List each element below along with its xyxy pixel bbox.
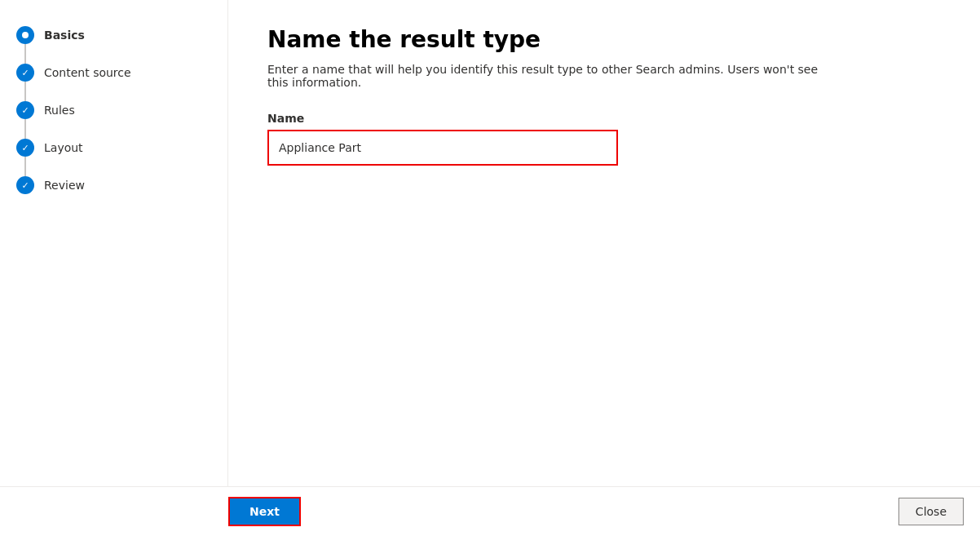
step-circle-review: ✓ <box>16 176 34 194</box>
main-content: Name the result type Enter a name that w… <box>228 0 980 486</box>
checkmark-icon-rules: ✓ <box>21 106 29 115</box>
page-title: Name the result type <box>267 26 941 53</box>
step-circle-rules: ✓ <box>16 101 34 119</box>
name-label: Name <box>267 112 941 125</box>
sidebar-label-review: Review <box>44 179 85 192</box>
step-circle-layout: ✓ <box>16 139 34 157</box>
sidebar-item-basics[interactable]: Basics <box>0 16 227 54</box>
sidebar-item-review[interactable]: ✓ Review <box>0 166 227 204</box>
page-description: Enter a name that will help you identify… <box>267 63 838 89</box>
sidebar-label-layout: Layout <box>44 141 83 154</box>
sidebar-item-layout[interactable]: ✓ Layout <box>0 129 227 166</box>
sidebar-item-content-source[interactable]: ✓ Content source <box>0 54 227 91</box>
name-input[interactable] <box>267 130 618 166</box>
close-button[interactable]: Close <box>898 498 964 525</box>
sidebar: Basics ✓ Content source ✓ Rules ✓ Layout… <box>0 0 228 486</box>
sidebar-label-basics: Basics <box>44 29 85 42</box>
next-button[interactable]: Next <box>228 497 301 526</box>
step-circle-content-source: ✓ <box>16 64 34 82</box>
step-circle-basics <box>16 26 34 44</box>
sidebar-label-content-source: Content source <box>44 66 131 79</box>
name-form-group: Name <box>267 112 941 166</box>
checkmark-icon-layout: ✓ <box>21 144 29 153</box>
checkmark-icon: ✓ <box>21 69 29 78</box>
footer: Next Close <box>0 486 980 536</box>
sidebar-label-rules: Rules <box>44 104 75 117</box>
footer-left: Next <box>228 497 301 526</box>
sidebar-item-rules[interactable]: ✓ Rules <box>0 91 227 129</box>
checkmark-icon-review: ✓ <box>21 181 29 190</box>
